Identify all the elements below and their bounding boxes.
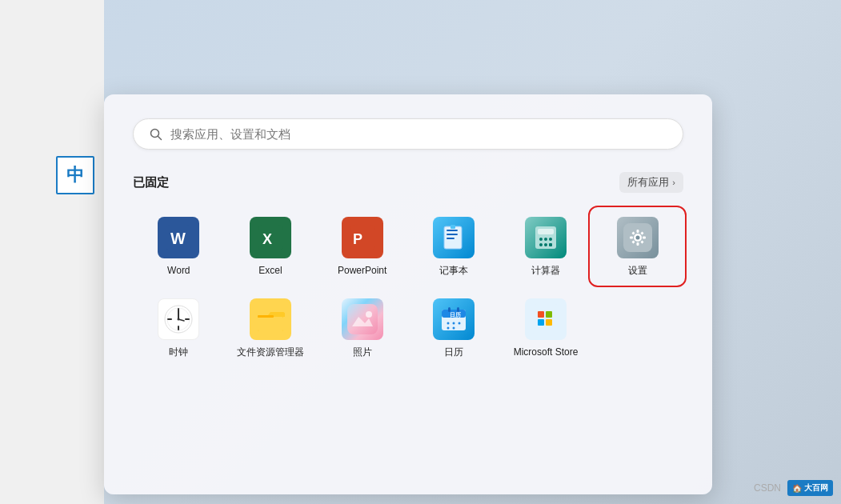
calendar-icon: 日历 <box>433 298 475 340</box>
app-item-word[interactable]: W Word <box>133 209 225 284</box>
svg-point-15 <box>539 238 543 241</box>
app-item-clock[interactable]: 时钟 <box>133 290 225 366</box>
search-input[interactable] <box>170 127 667 141</box>
watermark: CSDN 🏠 大百网 <box>754 480 833 496</box>
photos-label: 照片 <box>353 346 372 358</box>
svg-text:日历: 日历 <box>450 312 462 318</box>
svg-text:W: W <box>170 230 186 247</box>
svg-rect-20 <box>549 243 552 246</box>
svg-line-1 <box>158 136 162 139</box>
excel-icon: X <box>250 217 291 258</box>
all-apps-button[interactable]: 所有应用 › <box>619 172 683 193</box>
svg-rect-43 <box>258 315 274 318</box>
chevron-right-icon: › <box>672 178 675 187</box>
svg-text:X: X <box>262 231 272 247</box>
left-sidebar <box>0 0 104 504</box>
calendar-label: 日历 <box>444 346 463 358</box>
svg-point-53 <box>447 327 450 330</box>
svg-rect-9 <box>447 230 458 231</box>
watermark-csdn: CSDN <box>754 482 781 494</box>
ppt-icon: P <box>342 217 383 258</box>
all-apps-label: 所有应用 <box>627 175 669 190</box>
photos-icon <box>342 298 383 340</box>
svg-point-50 <box>447 322 450 325</box>
svg-point-51 <box>453 322 455 325</box>
svg-rect-10 <box>447 234 458 235</box>
app-item-settings[interactable]: 设置 <box>591 209 683 284</box>
explorer-label: 文件资源管理器 <box>237 346 304 358</box>
excel-label: Excel <box>258 265 282 276</box>
notepad-icon <box>433 217 475 258</box>
word-icon: W <box>158 217 199 258</box>
svg-rect-12 <box>451 225 455 229</box>
ppt-label: PowerPoint <box>338 265 386 276</box>
svg-point-16 <box>544 238 547 241</box>
app-item-explorer[interactable]: 文件资源管理器 <box>225 290 317 366</box>
calc-label: 计算器 <box>531 265 560 276</box>
svg-rect-11 <box>447 238 455 239</box>
section-header: 已固定 所有应用 › <box>133 172 683 193</box>
clock-icon <box>158 298 199 340</box>
svg-rect-42 <box>258 317 283 331</box>
svg-point-19 <box>544 243 547 246</box>
svg-point-17 <box>549 238 552 241</box>
search-icon <box>150 128 162 141</box>
clock-label: 时钟 <box>169 346 188 358</box>
svg-rect-14 <box>538 229 554 234</box>
store-icon <box>525 298 567 340</box>
svg-rect-57 <box>538 311 544 318</box>
ime-label: 中 <box>66 163 84 187</box>
notepad-label: 记事本 <box>439 265 468 276</box>
store-label: Microsoft Store <box>514 346 579 358</box>
svg-rect-44 <box>347 304 378 334</box>
settings-icon <box>617 217 659 258</box>
explorer-icon <box>250 298 291 340</box>
section-title: 已固定 <box>133 175 169 190</box>
calc-icon <box>525 217 567 258</box>
apps-grid: W Word X Excel P PowerPoint <box>133 209 683 366</box>
svg-rect-59 <box>538 319 544 326</box>
svg-point-23 <box>635 236 639 240</box>
settings-label: 设置 <box>628 265 647 276</box>
svg-rect-58 <box>546 311 552 318</box>
app-item-excel[interactable]: X Excel <box>225 209 317 284</box>
svg-rect-24 <box>636 230 639 233</box>
start-menu: 已固定 所有应用 › W Word X Exc <box>104 94 712 494</box>
app-item-powerpoint[interactable]: P PowerPoint <box>316 209 408 284</box>
svg-rect-27 <box>643 237 646 239</box>
svg-point-40 <box>178 318 180 321</box>
search-bar[interactable] <box>133 118 683 150</box>
svg-rect-56 <box>531 304 561 334</box>
svg-rect-25 <box>636 242 639 246</box>
watermark-logo: 🏠 大百网 <box>787 480 833 496</box>
svg-text:P: P <box>353 231 362 247</box>
watermark-logo-icon: 🏠 <box>792 484 802 493</box>
svg-rect-26 <box>630 237 633 239</box>
app-item-calendar[interactable]: 日历 日历 <box>408 290 500 366</box>
app-item-notepad[interactable]: 记事本 <box>408 209 500 284</box>
ime-indicator[interactable]: 中 <box>56 156 94 194</box>
app-item-photos[interactable]: 照片 <box>316 290 408 366</box>
svg-rect-60 <box>546 319 552 326</box>
word-label: Word <box>167 265 190 276</box>
app-item-calculator[interactable]: 计算器 <box>500 209 592 284</box>
watermark-logo-text: 大百网 <box>804 482 828 494</box>
svg-point-52 <box>459 322 461 325</box>
svg-point-45 <box>366 311 372 318</box>
svg-point-54 <box>453 327 455 330</box>
app-item-store[interactable]: Microsoft Store <box>500 290 592 366</box>
svg-point-18 <box>539 243 543 246</box>
